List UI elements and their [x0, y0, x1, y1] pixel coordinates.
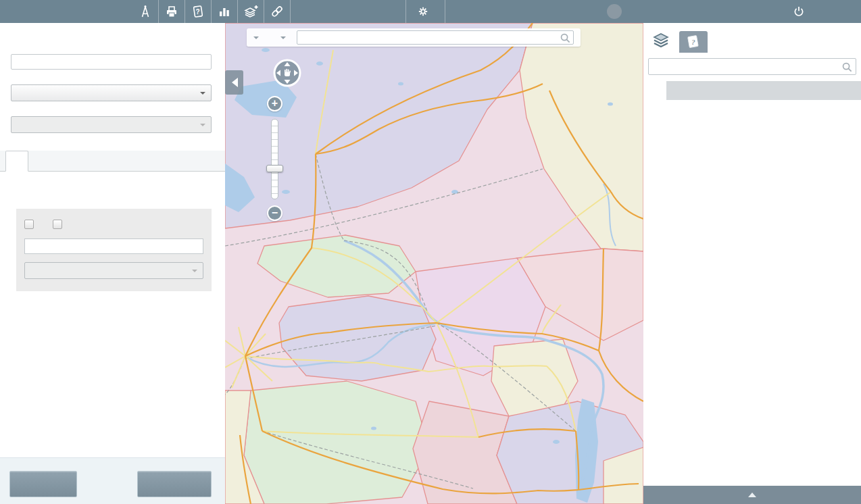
- search-icon: [560, 32, 571, 44]
- attribute-box: [16, 209, 212, 291]
- layers-search-box: [643, 53, 861, 81]
- cancel-button[interactable]: [9, 471, 77, 497]
- chevron-down-icon[interactable]: [253, 36, 259, 42]
- zoom-out-button[interactable]: −: [267, 205, 282, 221]
- edit-layer-panel: [0, 23, 225, 504]
- panel-footer: [0, 457, 225, 504]
- collapse-panel-button[interactable]: [225, 70, 243, 95]
- tab-legend[interactable]: ?: [679, 31, 708, 53]
- zoom-slider-track[interactable]: [271, 119, 278, 199]
- map-canvas[interactable]: + −: [225, 23, 643, 504]
- tab-attributes[interactable]: [5, 151, 28, 172]
- chevron-up-icon: [748, 488, 756, 497]
- layers-list-filler: [643, 100, 861, 486]
- layers-panel-body: [643, 53, 861, 504]
- tab-layers[interactable]: [645, 28, 676, 53]
- tab-style[interactable]: [28, 151, 50, 171]
- svg-text:?: ?: [195, 8, 199, 16]
- zoom-slider-handle[interactable]: [266, 165, 283, 172]
- attribute-name-input[interactable]: [24, 238, 203, 254]
- chevron-down-icon: [192, 270, 197, 275]
- chevron-down-icon[interactable]: [280, 36, 286, 42]
- layer-name-input[interactable]: [11, 54, 212, 70]
- map-toolbar: [247, 28, 581, 47]
- layers-search-input[interactable]: [648, 58, 856, 75]
- help-icon[interactable]: ?: [185, 0, 212, 23]
- attribute-style-tabs: [0, 151, 225, 172]
- stats-icon[interactable]: [212, 0, 238, 23]
- print-icon[interactable]: [159, 0, 185, 23]
- power-icon: [792, 5, 806, 18]
- chevron-down-icon: [200, 92, 205, 97]
- map-base: [225, 23, 643, 504]
- geometry-type-select: [11, 116, 212, 133]
- layers-pagination: [643, 81, 861, 100]
- map-search-input[interactable]: [297, 31, 573, 44]
- map-pan-control[interactable]: [272, 58, 302, 88]
- zoom-in-button[interactable]: +: [267, 96, 282, 111]
- page-2-tab[interactable]: [666, 81, 689, 100]
- link-icon[interactable]: [264, 0, 291, 23]
- measure-icon[interactable]: [132, 0, 159, 23]
- header-toolbar: ?: [132, 0, 291, 23]
- attribute-type-select: [24, 262, 203, 279]
- gear-icon: [417, 5, 429, 18]
- svg-text:?: ?: [691, 38, 695, 46]
- chevron-down-icon: [200, 124, 205, 129]
- chevron-left-icon: [227, 78, 238, 87]
- search-icon: [841, 61, 853, 73]
- map-search-box: [297, 30, 574, 45]
- logout-button[interactable]: [792, 0, 810, 23]
- activemap-app: ?: [0, 0, 861, 504]
- top-header: ?: [0, 0, 861, 23]
- page-1-tab[interactable]: [643, 81, 666, 100]
- group-select[interactable]: [11, 84, 212, 101]
- hide-checkbox[interactable]: [53, 220, 62, 229]
- legend-icon: ?: [685, 34, 702, 49]
- management-button[interactable]: [405, 0, 445, 23]
- help-badge[interactable]: [607, 4, 622, 19]
- panel-collapse-footer[interactable]: [643, 486, 861, 504]
- add-layer-icon[interactable]: [238, 0, 264, 23]
- layers-icon: [651, 32, 670, 49]
- header-checkbox[interactable]: [24, 220, 34, 229]
- save-button[interactable]: [137, 471, 212, 497]
- layers-panel: ?: [643, 23, 861, 504]
